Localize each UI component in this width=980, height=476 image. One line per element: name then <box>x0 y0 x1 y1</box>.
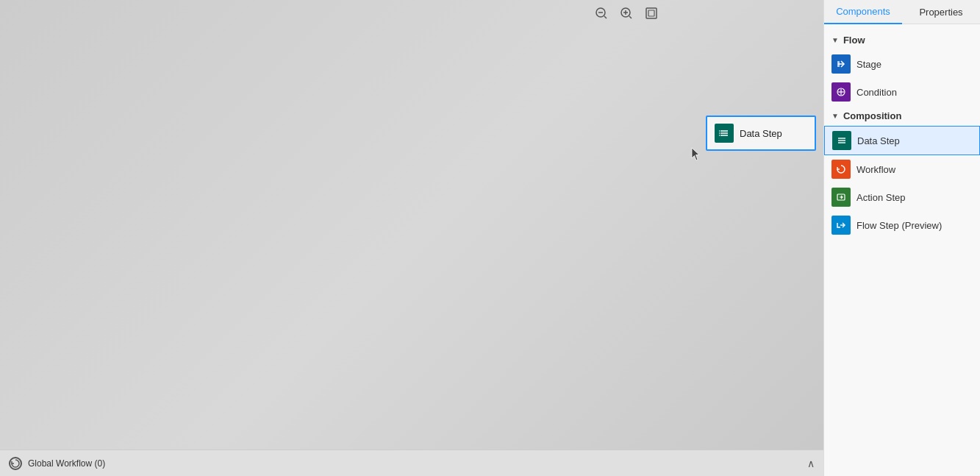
zoom-out-button[interactable] <box>591 3 612 24</box>
tab-properties[interactable]: Properties <box>902 0 980 24</box>
section-composition: ▼ Composition <box>824 106 980 126</box>
bottom-bar-label: Global Workflow (0) <box>28 458 105 469</box>
workflow-icon <box>9 457 22 470</box>
canvas-node-icon <box>715 124 734 143</box>
svg-rect-7 <box>646 8 657 18</box>
bottom-bar-chevron[interactable]: ∧ <box>807 458 815 469</box>
action-step-icon <box>831 188 851 207</box>
component-item-data-step[interactable]: Data Step <box>824 126 980 155</box>
flow-step-label: Flow Step (Preview) <box>856 220 942 231</box>
canvas-toolbar <box>591 3 662 24</box>
fit-button[interactable] <box>641 3 662 24</box>
panel-content: ▼ Flow Stage Conditi <box>824 24 980 476</box>
composition-arrow-icon: ▼ <box>831 112 839 120</box>
flow-step-icon <box>831 216 851 235</box>
right-panel: Components Properties ▼ Flow Stage <box>823 0 980 476</box>
bottom-bar: Global Workflow (0) ∧ <box>0 450 823 476</box>
zoom-in-button[interactable] <box>616 3 637 24</box>
stage-label: Stage <box>856 59 881 70</box>
component-item-action-step[interactable]: Action Step <box>824 183 980 211</box>
svg-line-6 <box>629 16 632 18</box>
svg-rect-15 <box>837 61 840 67</box>
component-item-workflow[interactable]: Workflow <box>824 155 980 183</box>
canvas-node-label: Data Step <box>740 128 782 139</box>
stage-icon <box>831 54 851 74</box>
condition-icon <box>831 82 851 102</box>
section-composition-label: Composition <box>843 110 901 121</box>
section-flow: ▼ Flow <box>824 30 980 50</box>
component-item-condition[interactable]: Condition <box>824 78 980 106</box>
data-step-label: Data Step <box>857 135 900 146</box>
component-item-flow-step[interactable]: Flow Step (Preview) <box>824 211 980 239</box>
svg-rect-8 <box>648 10 654 16</box>
data-step-icon <box>832 131 851 150</box>
canvas: Data Step Global Workflow (0) ∧ <box>0 0 823 476</box>
panel-tabs: Components Properties <box>824 0 980 24</box>
workflow-label: Workflow <box>856 164 895 175</box>
workflow-comp-icon <box>831 160 851 179</box>
action-step-label: Action Step <box>856 192 906 203</box>
cursor <box>691 147 701 162</box>
svg-line-2 <box>604 16 607 18</box>
component-item-stage[interactable]: Stage <box>824 50 980 78</box>
section-flow-label: Flow <box>843 35 865 46</box>
tab-components[interactable]: Components <box>824 0 902 24</box>
canvas-data-step-node[interactable]: Data Step <box>706 116 816 151</box>
flow-arrow-icon: ▼ <box>831 36 839 44</box>
condition-label: Condition <box>856 87 897 98</box>
